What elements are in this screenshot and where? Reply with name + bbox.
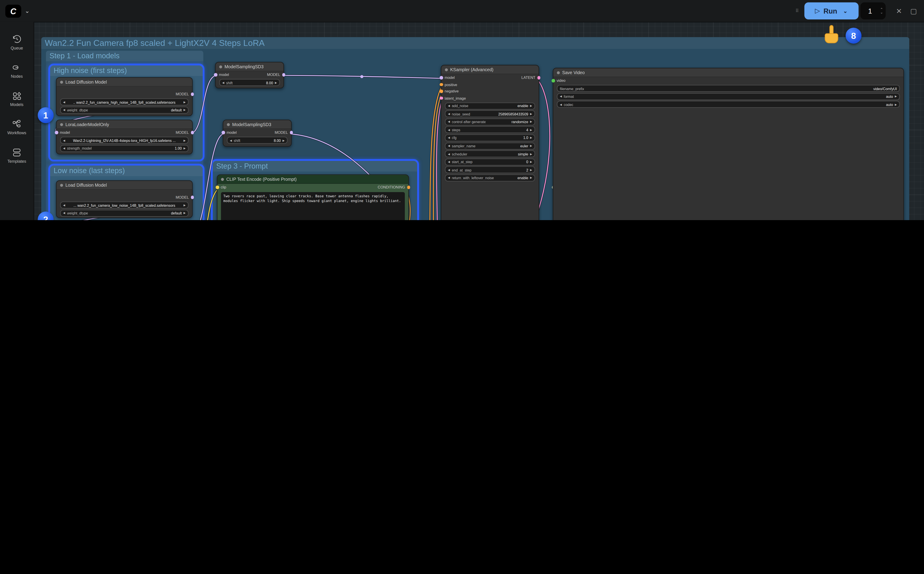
node-save-video[interactable]: Save Videovideofilename_prefixvideo/Comf… [553,68,904,220]
input-slot-model[interactable]: model [444,76,455,80]
increment-arrow-icon[interactable]: ▶ [282,139,285,142]
increment-arrow-icon[interactable]: ▶ [275,81,277,84]
widget-add_noise[interactable]: ◀add_noiseenable▶ [445,102,535,109]
increment-arrow-icon[interactable]: ▶ [530,104,532,107]
widget-cfg[interactable]: ◀cfg1.0▶ [445,134,535,141]
node-header[interactable]: Save Video [553,68,904,77]
group-title[interactable]: High noise (first steps) [50,65,203,76]
group-title[interactable]: Wan2.2 Fun Camera fp8 scaled + LightX2V … [41,37,909,49]
batch-count-stepper[interactable]: 1 ⌃⌄ [860,2,885,19]
input-dot[interactable] [216,186,219,189]
widget-noise_seed[interactable]: ◀noise_seed258965858433509▶ [445,110,535,117]
increment-arrow-icon[interactable]: ▶ [530,177,532,180]
increment-arrow-icon[interactable]: ▶ [183,101,186,104]
increment-arrow-icon[interactable]: ▶ [530,152,532,155]
widget-value[interactable]: ◀Wan2.2-Lightning_I2V-A14B-4steps-lora_H… [60,137,189,144]
comfyui-logo[interactable]: C [5,5,21,17]
input-dot[interactable] [55,131,58,134]
widget-shift[interactable]: ◀shift8.00▶ [227,137,288,144]
decrement-arrow-icon[interactable]: ◀ [448,128,450,131]
close-icon[interactable]: ✕ [896,7,902,15]
maximize-icon[interactable]: ▢ [910,7,917,15]
node-model-sampling-sd3-2[interactable]: ModelSamplingSD3modelMODEL◀shift8.00▶ [222,120,292,147]
node-header[interactable]: ModelSamplingSD3 [216,62,284,71]
workspace-chevron-down-icon[interactable]: ⌄ [25,8,30,14]
widget-weight_dtype[interactable]: ◀weight_dtypedefault▶ [60,210,189,216]
sidebar-item-templates[interactable]: Templates [8,147,26,163]
increment-arrow-icon[interactable]: ▶ [183,211,186,214]
decrement-arrow-icon[interactable]: ◀ [63,139,65,142]
input-slot-model[interactable]: model [59,130,70,134]
decrement-arrow-icon[interactable]: ◀ [560,103,562,106]
decrement-arrow-icon[interactable]: ◀ [448,168,450,171]
input-slot-positive[interactable]: positive [444,82,457,86]
input-dot[interactable] [440,76,443,79]
decrement-arrow-icon[interactable]: ◀ [448,144,450,147]
increment-arrow-icon[interactable]: ▶ [183,147,186,150]
output-slot-CONDITIONING[interactable]: CONDITIONING [378,185,406,189]
widget-value[interactable]: ◀... wan2.2_fun_camera_low_noise_14B_fp8… [60,202,189,208]
sidebar-item-nodes[interactable]: Nodes [11,62,23,78]
input-dot[interactable] [221,131,225,134]
widget-format[interactable]: ◀formatauto▶ [557,93,900,100]
increment-arrow-icon[interactable]: ▶ [183,203,186,207]
decrement-arrow-icon[interactable]: ◀ [63,203,65,207]
widget-sampler_name[interactable]: ◀sampler_nameeuler▶ [445,142,535,149]
input-slot-negative[interactable]: negative [444,89,459,93]
decrement-arrow-icon[interactable]: ◀ [63,101,65,104]
output-dot[interactable] [282,73,285,76]
decrement-arrow-icon[interactable]: ◀ [448,136,450,139]
node-clip-text-encode-positive[interactable]: CLIP Text Encode (Positive Prompt)clipCO… [217,175,409,220]
sidebar-item-queue[interactable]: Queue [11,34,23,50]
node-model-sampling-sd3-1[interactable]: ModelSamplingSD3modelMODEL◀shift8.00▶ [215,62,284,88]
increment-arrow-icon[interactable]: ▶ [530,168,532,171]
widget-start_at_step[interactable]: ◀start_at_step0▶ [445,158,535,166]
output-slot-MODEL[interactable]: MODEL [176,130,190,134]
node-load-diffusion-high[interactable]: Load Diffusion ModelMODEL◀.. wan2.2_fun_… [56,77,193,116]
widget-strength_model[interactable]: ◀strength_model1.00▶ [60,145,189,152]
widget-control after generate[interactable]: ◀control after generaterandomize▶ [445,118,535,125]
decrement-arrow-icon[interactable]: ◀ [222,81,224,84]
input-dot[interactable] [440,83,443,86]
output-dot[interactable] [290,131,293,134]
sidebar-item-models[interactable]: Models [10,91,24,106]
decrement-arrow-icon[interactable]: ◀ [448,177,450,180]
decrement-arrow-icon[interactable]: ◀ [448,112,450,115]
decrement-arrow-icon[interactable]: ◀ [230,139,232,142]
input-slot-model[interactable]: model [226,130,237,134]
node-header[interactable]: ModelSamplingSD3 [223,120,291,129]
increment-arrow-icon[interactable]: ▶ [530,128,532,131]
increment-arrow-icon[interactable]: ▶ [530,161,532,163]
input-dot[interactable] [440,96,443,99]
run-button[interactable]: ▷ Run ⌄ [804,2,858,19]
increment-arrow-icon[interactable]: ▶ [530,112,532,115]
increment-arrow-icon[interactable]: ▶ [183,139,186,142]
increment-arrow-icon[interactable]: ▶ [530,136,532,139]
node-header[interactable]: LoraLoaderModelOnly [57,120,192,129]
output-dot[interactable] [407,186,410,189]
node-load-diffusion-low[interactable]: Load Diffusion ModelMODEL◀... wan2.2_fun… [56,180,193,218]
increment-arrow-icon[interactable]: ▶ [530,144,532,147]
output-slot-MODEL[interactable]: MODEL [274,130,289,134]
group-title[interactable]: Low noise (last steps) [50,166,203,176]
decrement-arrow-icon[interactable]: ◀ [448,120,450,123]
decrement-arrow-icon[interactable]: ◀ [448,152,450,155]
widget-end_at_step[interactable]: ◀end_at_step2▶ [445,166,535,173]
input-dot[interactable] [440,90,443,93]
widget-steps[interactable]: ◀steps4▶ [445,126,535,133]
decrement-arrow-icon[interactable]: ◀ [448,104,450,107]
output-dot[interactable] [191,131,194,134]
output-slot-MODEL[interactable]: MODEL [267,73,281,77]
input-dot[interactable] [214,73,217,76]
increment-arrow-icon[interactable]: ▶ [183,109,186,111]
input-slot-video[interactable]: video [555,79,565,82]
node-header[interactable]: CLIP Text Encode (Positive Prompt) [218,175,408,184]
node-lora-loader-high[interactable]: LoraLoaderModelOnlymodelMODEL◀Wan2.2-Lig… [56,120,193,155]
decrement-arrow-icon[interactable]: ◀ [63,147,65,150]
widget-value[interactable]: ◀.. wan2.2_fun_camera_high_noise_14B_fp8… [60,99,189,106]
output-dot[interactable] [191,196,194,199]
decrement-arrow-icon[interactable]: ◀ [560,95,562,98]
widget-scheduler[interactable]: ◀schedulersimple▶ [445,150,535,157]
count-stepper-arrows[interactable]: ⌃⌄ [880,8,883,14]
group-title[interactable]: Step 1 - Load models [46,50,203,61]
